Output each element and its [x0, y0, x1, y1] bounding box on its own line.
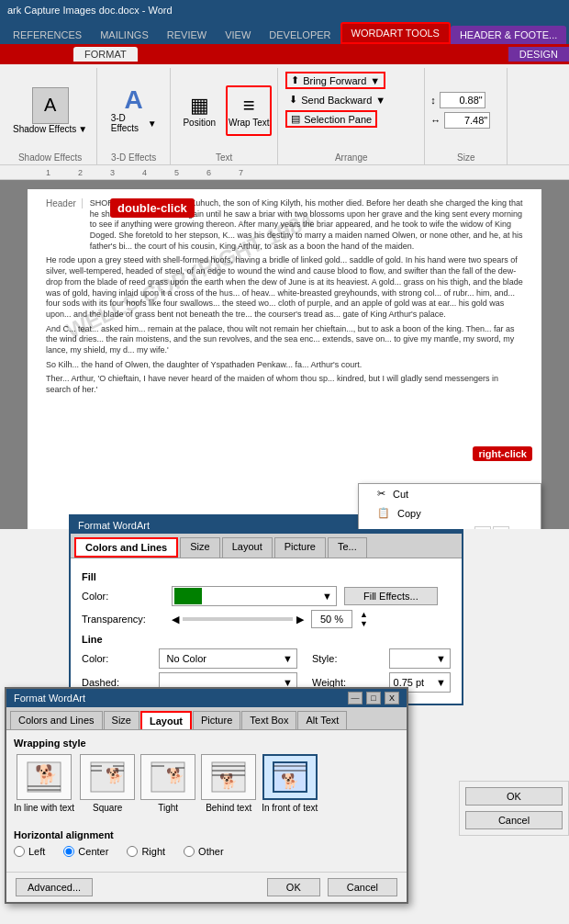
svg-text:🐕: 🐕 — [106, 767, 124, 784]
arrange-group: ⬆ Bring Forward ▼ ⬇ Send Backward ▼ ▤ Se… — [278, 68, 425, 164]
small-tab-alttext[interactable]: Alt Text — [297, 711, 347, 729]
position-button[interactable]: ▦ Position — [176, 85, 222, 136]
context-menu-copy[interactable]: 📋 Copy — [359, 503, 541, 523]
fill-color-dropdown[interactable]: ▼ — [172, 586, 337, 606]
bring-forward-arrow[interactable]: ▼ — [370, 75, 380, 86]
tab-review[interactable]: REVIEW — [158, 26, 216, 44]
align-right[interactable]: Right — [127, 846, 165, 857]
send-backward-button[interactable]: ⬇ Send Backward ▼ — [285, 93, 389, 107]
tab-header-footer[interactable]: HEADER & FOOTE... — [451, 26, 566, 44]
size-group-label: Size — [430, 151, 501, 163]
dialog-small-close[interactable]: X — [385, 692, 399, 704]
tab-design[interactable]: DESIGN — [508, 47, 569, 62]
dlg-tab-size[interactable]: Size — [180, 537, 219, 558]
3d-dropdown-arrow[interactable]: ▼ — [148, 118, 157, 129]
wrap-text-button[interactable]: ≡ Wrap Text — [226, 85, 272, 136]
text-group-label: Text — [176, 151, 272, 163]
dlg-tab-te[interactable]: Te... — [328, 537, 367, 558]
context-menu-cut[interactable]: ✂ Cut — [359, 484, 541, 503]
3d-effects-label: 3-D Effects — [111, 113, 146, 133]
wrap-option-inline[interactable]: 🐕 In line with text — [14, 754, 74, 813]
selection-pane-button[interactable]: ▤ Selection Pane — [285, 110, 377, 128]
fill-effects-button[interactable]: Fill Effects... — [344, 587, 438, 605]
wrap-option-square[interactable]: 🐕 Square — [80, 754, 135, 813]
slider-left-arrow[interactable]: ◀ — [172, 614, 179, 625]
wrap-option-infront[interactable]: 🐕 In front of text — [262, 754, 318, 813]
align-center-radio[interactable] — [63, 846, 74, 857]
send-backward-arrow[interactable]: ▼ — [375, 95, 385, 106]
svg-text:🐕: 🐕 — [166, 767, 184, 784]
wrap-option-behind[interactable]: 🐕 Behind text — [201, 754, 256, 813]
3d-effects-button[interactable]: A 3-D Effects ▼ — [111, 85, 157, 136]
align-right-radio[interactable] — [127, 846, 138, 857]
align-left-radio[interactable] — [14, 846, 25, 857]
context-menu-paste[interactable]: 📋 Paste Options: A A — [359, 523, 541, 529]
large-dialog-ok[interactable]: OK — [465, 787, 563, 806]
transparency-value[interactable] — [311, 610, 352, 628]
dialog-large-title-text: Format WordArt — [78, 520, 150, 531]
align-other-label: Other — [198, 846, 224, 857]
align-left[interactable]: Left — [14, 846, 45, 857]
tab-wordart-tools[interactable]: WORDART TOOLS — [340, 22, 451, 44]
shadow-effects-button[interactable]: A Shadow Effects ▼ — [9, 84, 91, 138]
wrap-option-tight[interactable]: 🐕 Tight — [140, 754, 195, 813]
small-tab-textbox[interactable]: Text Box — [241, 711, 296, 729]
dialog-small-minimize[interactable]: — — [348, 692, 363, 704]
line-color-dropdown[interactable]: No Color ▼ — [159, 648, 297, 669]
align-center[interactable]: Center — [63, 846, 108, 857]
shadow-dropdown-arrow[interactable]: ▼ — [78, 124, 87, 134]
dialog-small-tabs: Colors and Lines Size Layout Picture Tex… — [6, 707, 407, 730]
line-color-arrow[interactable]: ▼ — [283, 653, 296, 664]
align-other-radio[interactable] — [184, 846, 195, 857]
tab-mailings[interactable]: MAILINGS — [91, 26, 158, 44]
large-dialog-cancel[interactable]: Cancel — [465, 811, 563, 829]
paste-option-2[interactable]: A — [493, 526, 509, 529]
cancel-button[interactable]: Cancel — [328, 878, 397, 896]
ruler: 123 45 67 — [0, 165, 569, 180]
small-tab-size[interactable]: Size — [104, 711, 139, 729]
transparency-slider[interactable] — [183, 617, 293, 621]
transparency-spinner[interactable]: ▲▼ — [360, 610, 368, 628]
document-page[interactable]: Header SHORTLY after the birth of Kuhuch… — [28, 189, 541, 529]
horizontal-alignment-section: Horizontal alignment Left Center Right O… — [6, 829, 407, 872]
dialog-small-title-text: Format WordArt — [14, 693, 85, 704]
fill-color-arrow[interactable]: ▼ — [322, 591, 336, 602]
weight-arrow[interactable]: ▼ — [436, 677, 450, 688]
style-arrow[interactable]: ▼ — [436, 653, 450, 664]
tab-format[interactable]: FORMAT — [73, 47, 138, 62]
tab-developer[interactable]: DEVELOPER — [260, 26, 340, 44]
paste-option-1[interactable]: A — [474, 526, 491, 529]
paragraph-3: And C... teat... asked him... remain at … — [46, 324, 523, 356]
size-content: ↕ ↔ — [430, 70, 501, 151]
shadow-icon: A — [32, 87, 69, 124]
send-backward-icon: ⬇ — [289, 94, 297, 106]
bring-forward-button[interactable]: ⬆ Bring Forward ▼ — [285, 72, 385, 89]
wrap-icon-tight: 🐕 — [140, 754, 195, 800]
ribbon-tab-row2: FORMAT DESIGN — [0, 44, 569, 64]
height-field[interactable] — [440, 92, 485, 108]
ok-button[interactable]: OK — [267, 878, 320, 896]
dlg-tab-colors-lines[interactable]: Colors and Lines — [74, 537, 178, 558]
align-center-label: Center — [78, 846, 108, 857]
horiz-align-label: Horizontal alignment — [14, 829, 399, 840]
small-tab-picture[interactable]: Picture — [193, 711, 240, 729]
advanced-button[interactable]: Advanced... — [16, 878, 93, 896]
align-left-label: Left — [28, 846, 45, 857]
style-dropdown[interactable]: ▼ — [389, 648, 451, 669]
slider-right-arrow[interactable]: ▶ — [296, 614, 304, 625]
dlg-tab-layout[interactable]: Layout — [222, 537, 273, 558]
paragraph-4: So Kilh... the hand of Olwen, the daught… — [46, 360, 523, 371]
height-input-row: ↕ — [430, 92, 485, 108]
tab-references[interactable]: REFERENCES — [4, 26, 91, 44]
small-tab-colors-lines[interactable]: Colors and Lines — [10, 711, 103, 729]
tab-view[interactable]: VIEW — [216, 26, 260, 44]
wrap-label-tight: Tight — [158, 803, 178, 813]
align-other[interactable]: Other — [184, 846, 224, 857]
small-tab-layout[interactable]: Layout — [140, 711, 192, 729]
width-field[interactable] — [444, 112, 490, 129]
dialog-small-maximize[interactable]: □ — [366, 692, 381, 704]
wrapping-style-label: Wrapping style — [14, 738, 399, 749]
shadow-effects-label: Shadow Effects — [13, 124, 76, 134]
dlg-tab-picture[interactable]: Picture — [274, 537, 326, 558]
wrap-icon-infront: 🐕 — [262, 754, 318, 800]
